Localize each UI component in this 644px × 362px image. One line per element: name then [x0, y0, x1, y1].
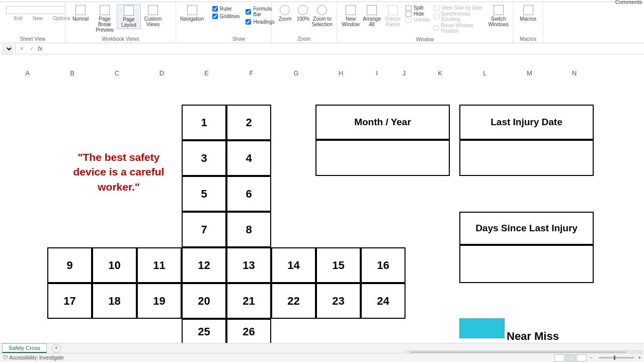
cross-day-19[interactable]: 19: [137, 283, 182, 319]
column-header-H[interactable]: H: [318, 68, 363, 78]
cross-day-10[interactable]: 10: [92, 247, 137, 283]
ribbon: Exit New Options Sheet View Normal Page …: [0, 2, 644, 43]
column-headers[interactable]: ABCDEFGHIJKLMN: [0, 68, 644, 78]
unhide-button: Unhide: [406, 17, 430, 23]
gridlines-checkbox[interactable]: Gridlines: [212, 14, 239, 19]
cross-day-25[interactable]: 25: [182, 319, 226, 343]
days-since-value[interactable]: [459, 245, 594, 283]
cross-day-17[interactable]: 17: [47, 283, 92, 319]
column-header-C[interactable]: C: [95, 68, 139, 78]
column-header-I[interactable]: I: [363, 68, 390, 78]
column-header-J[interactable]: J: [390, 68, 418, 78]
arrange-icon: [367, 5, 377, 15]
last-injury-value[interactable]: [459, 140, 594, 176]
cross-day-16[interactable]: 16: [361, 247, 406, 283]
cross-day-24[interactable]: 24: [361, 283, 406, 319]
cross-day-13[interactable]: 13: [226, 247, 271, 283]
group-label: [176, 42, 206, 43]
cross-day-8[interactable]: 8: [226, 212, 271, 247]
cross-day-26[interactable]: 26: [226, 319, 271, 343]
exit-button[interactable]: Exit: [14, 16, 23, 21]
fx-icon[interactable]: fx: [38, 45, 42, 52]
cross-day-3[interactable]: 3: [182, 140, 226, 176]
page-layout-view-icon[interactable]: [566, 354, 576, 361]
navigation-button[interactable]: Navigation: [179, 4, 205, 23]
side-by-side-icon: [434, 6, 440, 11]
column-header-K[interactable]: K: [418, 68, 462, 78]
month-year-value[interactable]: [315, 140, 450, 176]
legend-color-near-miss: [459, 318, 505, 338]
zoom-button[interactable]: Zoom: [275, 4, 295, 23]
page-break-view-icon[interactable]: [577, 354, 587, 361]
column-header-N[interactable]: N: [552, 68, 597, 78]
hide-button[interactable]: Hide: [406, 11, 430, 17]
freeze-panes-button[interactable]: Freeze Panes: [382, 4, 404, 28]
page-layout-button[interactable]: Page Layout: [117, 4, 141, 29]
cross-day-21[interactable]: 21: [226, 283, 271, 319]
formula-bar-checkbox[interactable]: Formula Bar: [246, 6, 274, 17]
split-icon: [406, 6, 412, 11]
cross-day-18[interactable]: 18: [92, 283, 137, 319]
ruler-checkbox[interactable]: Ruler: [212, 6, 239, 12]
view-side-by-side-button: View Side by Side: [434, 5, 486, 11]
column-header-E[interactable]: E: [184, 68, 229, 78]
safety-quote: "The best safety device is a careful wor…: [60, 150, 177, 194]
month-year-label: Month / Year: [315, 105, 450, 140]
macros-button[interactable]: Macros: [516, 4, 540, 23]
column-header-D[interactable]: D: [139, 68, 184, 78]
normal-view-button[interactable]: Normal: [68, 4, 93, 23]
page-break-preview-button[interactable]: Page Break Preview: [93, 4, 117, 34]
sheet-view-selector[interactable]: [6, 6, 65, 14]
cross-day-4[interactable]: 4: [226, 140, 271, 176]
accessibility-status[interactable]: ⛉ Accessibility: Investigate: [3, 355, 64, 360]
group-label: Macros: [513, 36, 543, 43]
cross-day-6[interactable]: 6: [226, 176, 271, 212]
formula-input[interactable]: [44, 44, 642, 53]
cross-day-2[interactable]: 2: [226, 105, 271, 140]
column-header-M[interactable]: M: [507, 68, 552, 78]
comments-button[interactable]: Comments: [615, 0, 642, 5]
zoom-slider[interactable]: [599, 357, 634, 358]
cross-day-5[interactable]: 5: [182, 176, 226, 212]
cross-day-22[interactable]: 22: [271, 283, 316, 319]
magnifier-icon: [317, 5, 327, 15]
zoom-to-selection-button[interactable]: Zoom to Selection: [311, 4, 334, 28]
switch-windows-icon: [494, 5, 504, 15]
cross-day-12[interactable]: 12: [182, 247, 226, 283]
new-window-button[interactable]: New Window: [340, 4, 361, 28]
name-box-dropdown[interactable]: [2, 44, 13, 53]
sync-scroll-button: Synchronous Scrolling: [434, 11, 486, 22]
cross-day-1[interactable]: 1: [182, 105, 226, 140]
column-header-F[interactable]: F: [229, 68, 274, 78]
cross-day-9[interactable]: 9: [47, 247, 92, 283]
column-header-A[interactable]: A: [5, 68, 50, 78]
cross-day-14[interactable]: 14: [271, 247, 316, 283]
normal-view-icon[interactable]: [554, 354, 565, 361]
legend-label-near-miss: Near Miss: [507, 330, 559, 343]
split-button[interactable]: Split: [406, 5, 430, 11]
worksheet-area[interactable]: ABCDEFGHIJKLMN "The best safety device i…: [0, 54, 644, 343]
column-header-G[interactable]: G: [274, 68, 318, 78]
custom-views-button[interactable]: Custom Views: [141, 4, 165, 28]
formula-bar: ✕ ✓ fx: [0, 43, 644, 54]
grid-icon: [75, 5, 86, 15]
unhide-icon: [406, 18, 412, 23]
cross-day-7[interactable]: 7: [182, 212, 226, 247]
new-view-button[interactable]: New: [33, 16, 43, 21]
switch-windows-button[interactable]: Switch Windows: [487, 4, 510, 28]
zoom-100-button[interactable]: 100%: [295, 4, 311, 23]
column-header-L[interactable]: L: [462, 68, 507, 78]
enter-icon[interactable]: ✓: [28, 45, 36, 53]
cross-day-11[interactable]: 11: [137, 247, 182, 283]
column-header-B[interactable]: B: [50, 68, 95, 78]
cross-day-15[interactable]: 15: [316, 247, 361, 283]
cancel-icon[interactable]: ✕: [18, 45, 26, 53]
add-sheet-button[interactable]: +: [52, 344, 61, 353]
cross-day-23[interactable]: 23: [316, 283, 361, 319]
headings-checkbox[interactable]: Headings: [246, 19, 274, 25]
cross-day-20[interactable]: 20: [182, 283, 226, 319]
sheet-tab-safety-cross[interactable]: Safety Cross: [2, 343, 47, 353]
reset-window-position-button: Reset Window Position: [434, 23, 486, 34]
arrange-all-button[interactable]: Arrange All: [361, 4, 382, 28]
eye-icon: [6, 15, 12, 21]
